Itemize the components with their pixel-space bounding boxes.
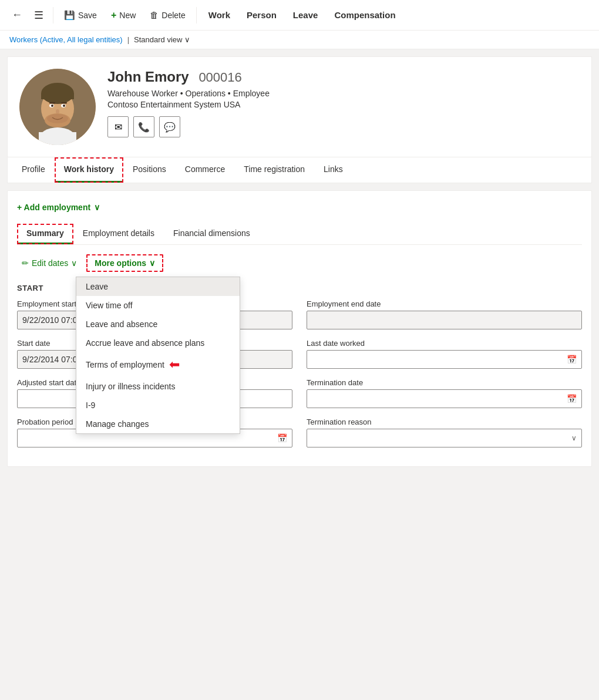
new-label: New xyxy=(119,11,136,20)
workers-breadcrumb-link[interactable]: Workers (Active, All legal entities) xyxy=(9,35,123,44)
leave-tab-button[interactable]: Leave xyxy=(286,6,325,23)
last-date-worked-value[interactable] xyxy=(307,352,562,366)
delete-icon: 🗑 xyxy=(150,10,159,20)
svg-rect-5 xyxy=(41,93,74,99)
menu-icon: ☰ xyxy=(34,9,43,21)
sub-tab-employment-details[interactable]: Employment details xyxy=(73,224,164,244)
svg-rect-2 xyxy=(39,132,76,145)
sub-tab-summary[interactable]: Summary xyxy=(17,224,73,244)
add-employment-button[interactable]: + Add employment ∨ xyxy=(17,200,100,214)
view-label: Standard view xyxy=(134,35,182,44)
termination-date-value[interactable] xyxy=(307,392,562,406)
phone-button[interactable]: 📞 xyxy=(133,116,154,137)
employment-end-date-value[interactable] xyxy=(307,311,582,329)
back-icon: ← xyxy=(12,9,22,21)
edit-dates-button[interactable]: ✏ ✏ Edit dates Edit dates ∨ xyxy=(17,256,82,270)
employment-end-date-field: Employment end date xyxy=(307,299,582,329)
dropdown-item-terms-of-employment[interactable]: Terms of employment ⬅ xyxy=(76,352,240,377)
svg-point-8 xyxy=(51,105,53,107)
dropdown-menu: Leave View time off Leave and absence Ac… xyxy=(76,277,240,434)
termination-reason-field: Termination reason ∨ xyxy=(307,418,582,447)
chevron-down-icon: ∨ xyxy=(94,203,100,212)
profile-company: Contoso Entertainment System USA xyxy=(107,100,580,109)
profile-name: John Emory 000016 xyxy=(107,69,580,85)
chevron-down-icon: ∨ xyxy=(184,35,190,44)
save-icon: 💾 xyxy=(64,10,75,21)
dropdown-item-leave[interactable]: Leave xyxy=(76,277,240,296)
plus-icon: + xyxy=(111,10,116,21)
chevron-down-icon: ∨ xyxy=(571,434,577,442)
chevron-down-icon: ∨ xyxy=(149,258,155,268)
svg-point-9 xyxy=(63,105,65,107)
tab-links[interactable]: Links xyxy=(314,157,352,183)
tab-positions[interactable]: Positions xyxy=(123,157,176,183)
breadcrumb: Workers (Active, All legal entities) | S… xyxy=(0,31,599,49)
delete-button[interactable]: 🗑 Delete xyxy=(144,6,191,23)
employment-end-date-label: Employment end date xyxy=(307,299,582,308)
main-content: + Add employment ∨ Summary Employment de… xyxy=(7,190,592,467)
svg-rect-11 xyxy=(61,102,67,104)
delete-label: Delete xyxy=(161,11,185,20)
chat-button[interactable]: 💬 xyxy=(159,116,180,137)
tab-bar: Profile Work history Positions Commerce … xyxy=(7,157,592,183)
compensation-tab-button[interactable]: Compensation xyxy=(327,6,402,23)
profile-subtitle: Warehouse Worker • Operations • Employee xyxy=(107,89,580,98)
profile-info: John Emory 000016 Warehouse Worker • Ope… xyxy=(107,69,580,137)
separator2 xyxy=(196,7,197,23)
menu-button[interactable]: ☰ xyxy=(29,5,48,25)
arrow-annotation: ⬅ xyxy=(169,357,180,372)
svg-point-12 xyxy=(56,109,59,114)
edit-icon: ✏ xyxy=(22,258,29,268)
calendar-icon2[interactable]: 📅 xyxy=(562,392,581,406)
separator xyxy=(53,7,53,23)
action-bar: ✏ ✏ Edit dates Edit dates ∨ More options… xyxy=(17,254,582,272)
dropdown-item-injury-illness[interactable]: Injury or illness incidents xyxy=(76,377,240,396)
email-icon: ✉ xyxy=(115,122,122,133)
termination-date-input[interactable]: 📅 xyxy=(307,389,582,408)
dropdown-item-i9[interactable]: I-9 xyxy=(76,396,240,415)
sub-tab-financial-dimensions[interactable]: Financial dimensions xyxy=(164,224,260,244)
termination-reason-label: Termination reason xyxy=(307,418,582,426)
dropdown-item-leave-and-absence[interactable]: Leave and absence xyxy=(76,315,240,334)
chat-icon: 💬 xyxy=(164,122,176,133)
profile-card: John Emory 000016 Warehouse Worker • Ope… xyxy=(7,56,592,157)
breadcrumb-separator: | xyxy=(127,35,129,44)
more-options-button[interactable]: More options ∨ xyxy=(86,254,163,272)
termination-date-label: Termination date xyxy=(307,378,582,387)
standard-view-dropdown[interactable]: Standard view ∨ xyxy=(134,35,190,44)
last-date-worked-field: Last date worked 📅 xyxy=(307,339,582,369)
profile-actions: ✉ 📞 💬 xyxy=(107,116,580,137)
svg-rect-10 xyxy=(49,102,55,104)
tab-time-registration[interactable]: Time registration xyxy=(234,157,314,183)
dropdown-item-view-time-off[interactable]: View time off xyxy=(76,296,240,315)
tab-commerce[interactable]: Commerce xyxy=(176,157,234,183)
last-date-worked-label: Last date worked xyxy=(307,339,582,348)
termination-date-field: Termination date 📅 xyxy=(307,378,582,408)
tab-work-history[interactable]: Work history xyxy=(55,157,123,183)
calendar-icon[interactable]: 📅 xyxy=(562,352,581,366)
svg-point-14 xyxy=(47,114,68,123)
work-tab-button[interactable]: Work xyxy=(201,6,237,23)
sub-tab-bar: Summary Employment details Financial dim… xyxy=(17,224,582,245)
dropdown-item-accrue-leave[interactable]: Accrue leave and absence plans xyxy=(76,334,240,352)
toolbar: ← ☰ 💾 Save + New 🗑 Delete Work Person Le… xyxy=(0,0,599,31)
last-date-worked-input[interactable]: 📅 xyxy=(307,350,582,369)
back-button[interactable]: ← xyxy=(7,5,27,25)
save-label: Save xyxy=(78,11,97,20)
calendar-icon3[interactable]: 📅 xyxy=(272,431,292,445)
employee-id: 000016 xyxy=(198,70,241,85)
new-button[interactable]: + New xyxy=(105,6,142,24)
more-options-label: More options xyxy=(95,258,146,268)
chevron-down-icon: ∨ xyxy=(71,258,77,268)
avatar xyxy=(19,69,96,145)
tab-profile[interactable]: Profile xyxy=(12,157,55,183)
save-button[interactable]: 💾 Save xyxy=(58,6,103,24)
termination-reason-select[interactable]: ∨ xyxy=(307,429,582,447)
phone-icon: 📞 xyxy=(138,122,150,133)
person-tab-button[interactable]: Person xyxy=(240,6,284,23)
dropdown-item-manage-changes[interactable]: Manage changes xyxy=(76,415,240,433)
add-employment-label: + Add employment xyxy=(17,203,90,212)
email-button[interactable]: ✉ xyxy=(107,116,129,137)
